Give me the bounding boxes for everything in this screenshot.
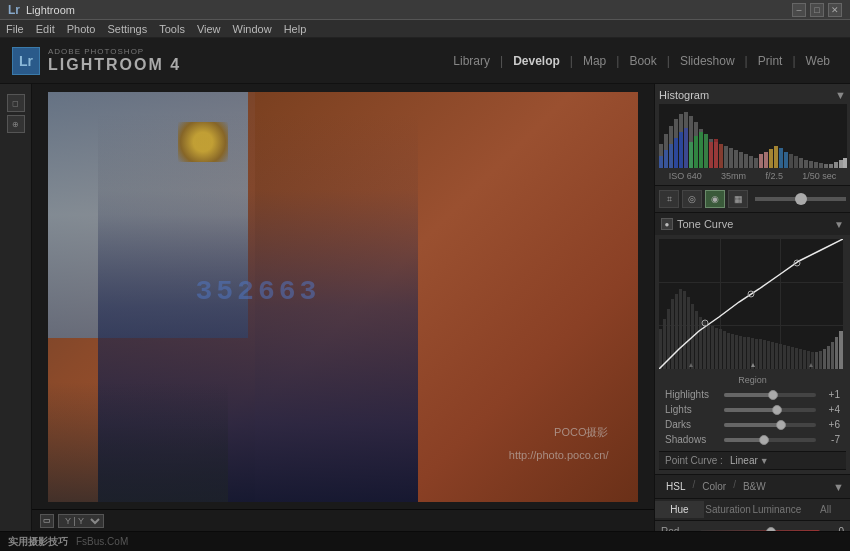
nav-develop[interactable]: Develop xyxy=(505,50,568,72)
svg-rect-68 xyxy=(727,333,730,369)
svg-rect-81 xyxy=(779,344,782,369)
svg-rect-35 xyxy=(769,149,773,168)
hsl-tab-color[interactable]: Color xyxy=(697,479,731,494)
red-track[interactable] xyxy=(700,530,820,532)
red-label: Red xyxy=(661,526,696,531)
svg-rect-58 xyxy=(687,297,690,369)
left-tool-2[interactable]: ⊕ xyxy=(7,115,25,133)
svg-rect-44 xyxy=(814,162,818,168)
menu-tools[interactable]: Tools xyxy=(159,23,185,35)
filmstrip-toggle[interactable]: ▭ xyxy=(40,514,54,528)
menu-photo[interactable]: Photo xyxy=(67,23,96,35)
menu-bar: File Edit Photo Settings Tools View Wind… xyxy=(0,20,850,38)
svg-rect-84 xyxy=(791,347,794,369)
darks-label: Darks xyxy=(665,419,720,430)
svg-rect-21 xyxy=(664,150,668,168)
maximize-button[interactable]: □ xyxy=(810,3,824,17)
nav-web[interactable]: Web xyxy=(798,50,838,72)
tool-spot[interactable]: ◎ xyxy=(682,190,702,208)
highlights-fill xyxy=(724,393,772,397)
menu-edit[interactable]: Edit xyxy=(36,23,55,35)
menu-file[interactable]: File xyxy=(6,23,24,35)
svg-rect-71 xyxy=(739,336,742,369)
hsl-sub-luminance[interactable]: Luminance xyxy=(752,501,801,518)
menu-window[interactable]: Window xyxy=(233,23,272,35)
nav-book[interactable]: Book xyxy=(621,50,664,72)
nav-slideshow[interactable]: Slideshow xyxy=(672,50,743,72)
svg-rect-15 xyxy=(734,150,738,168)
menu-help[interactable]: Help xyxy=(284,23,307,35)
svg-rect-73 xyxy=(747,337,750,369)
tone-curve-canvas[interactable] xyxy=(659,239,843,369)
svg-rect-96 xyxy=(839,331,843,369)
svg-rect-26 xyxy=(689,142,693,168)
left-tool-1[interactable]: ◻ xyxy=(7,94,25,112)
highlights-thumb[interactable] xyxy=(768,390,778,400)
menu-settings[interactable]: Settings xyxy=(107,23,147,35)
hsl-collapse[interactable]: ▼ xyxy=(833,481,844,493)
hsl-tab-bw[interactable]: B&W xyxy=(738,479,771,494)
tool-redeye[interactable]: ◉ xyxy=(705,190,725,208)
svg-rect-32 xyxy=(719,144,723,168)
svg-rect-95 xyxy=(835,337,838,369)
lights-track[interactable] xyxy=(724,408,816,412)
svg-rect-38 xyxy=(784,152,788,168)
hsl-sub-saturation[interactable]: Saturation xyxy=(704,501,753,518)
minimize-button[interactable]: – xyxy=(792,3,806,17)
shadows-track[interactable] xyxy=(724,438,816,442)
svg-rect-66 xyxy=(719,329,722,369)
tone-curve-arrow: ▼ xyxy=(834,219,844,230)
svg-rect-39 xyxy=(789,154,793,168)
svg-rect-43 xyxy=(809,161,813,168)
point-curve-value[interactable]: Linear xyxy=(730,455,758,466)
darks-thumb[interactable] xyxy=(776,420,786,430)
tone-curve-label: Tone Curve xyxy=(677,218,733,230)
darks-track[interactable] xyxy=(724,423,816,427)
nav-library[interactable]: Library xyxy=(445,50,498,72)
logo-text: ADOBE PHOTOSHOP LIGHTROOM 4 xyxy=(48,47,181,74)
hsl-sub-all[interactable]: All xyxy=(801,501,850,518)
lights-thumb[interactable] xyxy=(772,405,782,415)
svg-rect-48 xyxy=(834,162,838,168)
hsl-panel: HSL / Color / B&W ▼ Hue Saturation Lumin… xyxy=(655,475,850,531)
svg-rect-87 xyxy=(803,350,806,369)
hsl-sub-hue[interactable]: Hue xyxy=(655,501,704,518)
histogram-collapse[interactable]: ▼ xyxy=(835,89,846,101)
close-button[interactable]: ✕ xyxy=(828,3,842,17)
menu-view[interactable]: View xyxy=(197,23,221,35)
svg-rect-70 xyxy=(735,335,738,369)
tool-slider-thumb xyxy=(795,193,807,205)
focal-info: 35mm xyxy=(721,171,746,181)
svg-rect-65 xyxy=(715,328,718,369)
nav-map[interactable]: Map xyxy=(575,50,614,72)
tone-curve-header[interactable]: ● Tone Curve ▼ xyxy=(655,213,850,235)
shadows-row: Shadows -7 xyxy=(665,432,840,447)
tone-curve-panel: ● Tone Curve ▼ xyxy=(655,213,850,475)
svg-rect-13 xyxy=(724,146,728,168)
svg-rect-28 xyxy=(699,132,703,168)
photo-watermark-poco: POCO摄影 xyxy=(554,425,608,440)
hsl-tab-hsl[interactable]: HSL xyxy=(661,479,690,494)
svg-rect-14 xyxy=(729,148,733,168)
svg-rect-24 xyxy=(679,132,683,168)
tool-slider[interactable] xyxy=(755,197,846,201)
hsl-header: HSL / Color / B&W ▼ xyxy=(655,475,850,499)
svg-rect-83 xyxy=(787,346,790,369)
tool-crop[interactable]: ⌗ xyxy=(659,190,679,208)
svg-rect-42 xyxy=(804,160,808,168)
red-thumb[interactable] xyxy=(766,527,776,532)
point-curve-arrow[interactable]: ▼ xyxy=(760,456,769,466)
photo-container: 352663 POCO摄影 http://photo.poco.cn/ xyxy=(32,84,654,509)
nav-print[interactable]: Print xyxy=(750,50,791,72)
highlights-track[interactable] xyxy=(724,393,816,397)
svg-rect-80 xyxy=(775,343,778,369)
svg-rect-60 xyxy=(695,311,698,369)
tool-grad[interactable]: ▦ xyxy=(728,190,748,208)
tone-curve-toggle[interactable]: ● xyxy=(661,218,673,230)
shadows-thumb[interactable] xyxy=(759,435,769,445)
view-select[interactable]: Y | Y xyxy=(58,514,104,528)
svg-rect-55 xyxy=(675,294,678,369)
left-panel: ◻ ⊕ xyxy=(0,84,32,531)
histogram-header: Histogram ▼ xyxy=(659,86,846,104)
svg-rect-27 xyxy=(694,136,698,168)
